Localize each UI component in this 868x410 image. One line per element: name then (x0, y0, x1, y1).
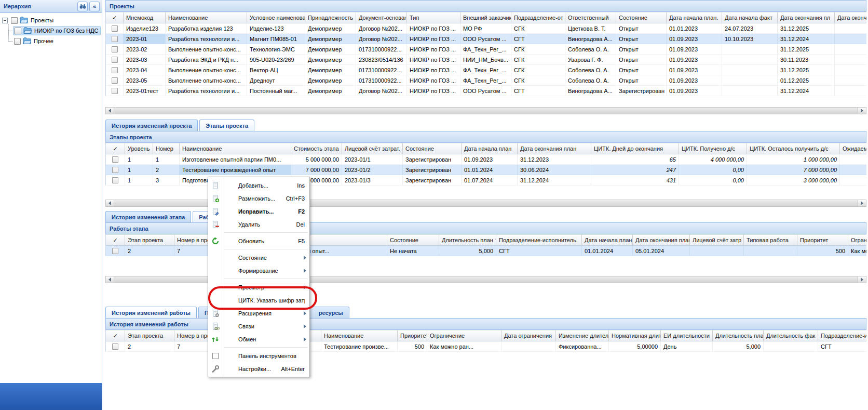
table-row[interactable]: 2023-01тестРазработка технологии и...Пос… (106, 86, 866, 96)
column-header[interactable]: Стоимость этапа (291, 143, 342, 154)
tab-works[interactable]: История изменений этапа (105, 211, 191, 223)
column-header[interactable]: Нормативная длит (609, 330, 661, 341)
menu-item[interactable]: Просмотр (208, 281, 309, 294)
row-checkbox[interactable] (112, 167, 118, 173)
column-header[interactable]: Дата начала факт (722, 12, 778, 23)
row-checkbox[interactable] (112, 88, 118, 94)
column-header[interactable]: Дата начала план (462, 143, 518, 154)
column-header[interactable]: Дата начала план. (582, 234, 633, 246)
tab-stages[interactable]: История изменений проекта (105, 120, 198, 131)
row-checkbox[interactable] (112, 343, 118, 350)
column-header[interactable]: Подразделение-исполнитель. (496, 234, 582, 246)
column-header[interactable]: Дата ограничения (501, 330, 556, 341)
column-header[interactable]: Номер (153, 143, 180, 154)
column-header[interactable]: Состояние (616, 12, 667, 23)
tree-item[interactable]: Проекты (2, 15, 101, 25)
table-row[interactable]: 2023-03Разработка ЭКД и РКД н...905-U020… (106, 55, 866, 65)
column-header[interactable]: Ответственный (565, 12, 616, 23)
column-header[interactable]: Изменение длител (556, 330, 609, 341)
column-header[interactable]: Типовая работа (744, 234, 797, 246)
menu-item[interactable]: Обмен (208, 333, 309, 346)
projects-horizontal-scrollbar[interactable] (105, 107, 866, 114)
column-header[interactable]: Подразделение-и (818, 330, 866, 341)
row-checkbox[interactable] (112, 46, 118, 52)
column-header[interactable]: ЦИТК. Получено д/с (679, 143, 747, 154)
column-header[interactable]: ✓ (106, 143, 125, 154)
column-header[interactable]: Тип (407, 12, 460, 23)
find-button[interactable] (77, 2, 88, 11)
scroll-left-button[interactable] (106, 200, 114, 206)
table-row[interactable]: 2023-01Разработка технологии и...Магнит … (106, 34, 866, 44)
row-checkbox[interactable] (112, 156, 118, 163)
row-checkbox[interactable] (112, 177, 118, 183)
row-checkbox[interactable] (112, 67, 118, 73)
menu-item[interactable]: Связи (208, 320, 309, 333)
column-header[interactable]: Длительность фак (764, 330, 818, 341)
column-header[interactable]: Дата окончания план (518, 143, 591, 154)
collapse-sidebar-button[interactable]: « (89, 2, 100, 11)
column-header[interactable]: Условное наименова (247, 12, 305, 23)
column-header[interactable]: Ожидаемь (840, 143, 866, 154)
tree-checkbox[interactable] (11, 17, 18, 24)
column-header[interactable]: Этап проекта (125, 330, 174, 341)
tree-item[interactable]: НИОКР по ГОЗ без НДС (7, 25, 101, 36)
row-checkbox[interactable] (112, 25, 118, 32)
tree-item[interactable]: Прочее (7, 36, 101, 46)
column-header[interactable]: Уровень (125, 143, 153, 154)
column-header[interactable]: ✓ (106, 330, 125, 341)
column-header[interactable]: Длительность план (439, 234, 496, 246)
column-header[interactable]: Дата окончания план (633, 234, 690, 246)
row-checkbox[interactable] (112, 77, 118, 84)
tab-history[interactable]: ресурсы (305, 307, 349, 319)
column-header[interactable]: Длительность пла (713, 330, 764, 341)
scroll-right-button[interactable] (858, 108, 866, 114)
column-header[interactable]: Состояние (387, 234, 439, 246)
menu-item[interactable]: УдалитьDel (208, 218, 309, 231)
column-header[interactable]: Состояние (403, 143, 462, 154)
menu-item[interactable]: Формирование (208, 264, 309, 277)
menu-item[interactable]: Расширения (208, 307, 309, 320)
scroll-left-button[interactable] (106, 276, 114, 283)
scrollbar-thumb[interactable] (114, 108, 858, 114)
scroll-right-button[interactable] (858, 200, 866, 206)
collapse-expander-icon[interactable] (2, 18, 8, 23)
column-header[interactable]: Приоритет (398, 330, 427, 341)
table-row[interactable]: 12Тестирование произведенной опыт7 000 0… (106, 165, 866, 175)
column-header[interactable]: ЦИТК. Осталось получить д/с (747, 143, 840, 154)
menu-item[interactable]: Размножить...Ctrl+F3 (208, 192, 309, 205)
tree-checkbox[interactable] (15, 28, 21, 34)
table-row[interactable]: 2023-05Выполнение опытно-конс...Дредноут… (106, 75, 866, 86)
menu-item[interactable]: Панель инструментов (208, 349, 309, 362)
menu-item[interactable]: ЦИТК. Указать шифр затрат... (208, 294, 309, 307)
column-header[interactable]: Приоритет (797, 234, 848, 246)
table-row[interactable]: 2023-02Выполнение опытно-конс...Технолог… (106, 44, 866, 55)
column-header[interactable]: ✓ (106, 234, 125, 246)
column-header[interactable]: Наименование (166, 12, 247, 23)
column-header[interactable]: Подразделение-от (511, 12, 565, 23)
column-header[interactable]: Наименование (180, 143, 291, 154)
column-header[interactable]: Дата окончания (835, 12, 866, 23)
column-header[interactable]: Ограничение (427, 330, 501, 341)
tree-checkbox[interactable] (14, 38, 21, 45)
sidebar-footer-panel[interactable] (0, 383, 102, 410)
column-header[interactable]: Принадлежность (305, 12, 356, 23)
menu-item[interactable]: Исправить...F2 (208, 205, 309, 218)
tab-history[interactable]: История изменений работы (105, 307, 197, 319)
column-header[interactable]: Лицевой счёт затрат. (342, 143, 403, 154)
row-checkbox[interactable] (112, 57, 118, 63)
column-header[interactable]: Наименование (321, 330, 398, 341)
column-header[interactable]: Этап проекта (125, 234, 174, 246)
column-header[interactable]: Дата окончания пл (778, 12, 835, 23)
table-row[interactable]: 2023-04Выполнение опытно-конс...Вектор-А… (106, 65, 866, 75)
column-header[interactable]: Внешний заказчик (460, 12, 511, 23)
menu-item[interactable]: Настройки...Alt+Enter (208, 362, 309, 375)
column-header[interactable]: Дата начала план. (667, 12, 722, 23)
column-header[interactable]: Документ-основан (356, 12, 407, 23)
tab-stages[interactable]: Этапы проекта (199, 120, 254, 131)
table-row[interactable]: Изделие123Разработка изделия 123Изделие-… (106, 23, 866, 34)
column-header[interactable]: ЦИТК. Дней до окончания (591, 143, 679, 154)
column-header[interactable]: ЕИ длительности (661, 330, 713, 341)
row-checkbox[interactable] (112, 36, 118, 42)
menu-item[interactable]: ОбновитьF5 (208, 234, 309, 247)
column-header[interactable]: ✓ (106, 12, 124, 23)
